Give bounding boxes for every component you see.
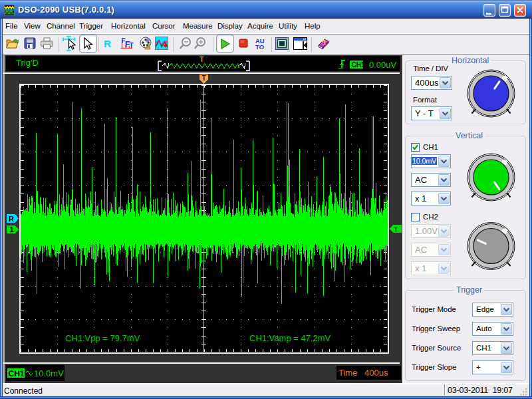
svg-text:10.0mV: 10.0mV bbox=[34, 368, 64, 378]
svg-text:CH1: CH1 bbox=[9, 369, 25, 378]
svg-text:Time: Time bbox=[338, 368, 357, 378]
svg-text:Trig'D: Trig'D bbox=[16, 58, 39, 68]
svg-text:CH1:Vamp = 47.2mV: CH1:Vamp = 47.2mV bbox=[249, 333, 331, 343]
svg-text:400us: 400us bbox=[364, 368, 388, 378]
svg-text:TO: TO bbox=[255, 43, 264, 51]
svg-text:CH1:Vpp = 79.7mV: CH1:Vpp = 79.7mV bbox=[65, 333, 140, 343]
svg-text:R: R bbox=[9, 215, 14, 223]
svg-text:T: T bbox=[202, 74, 206, 82]
svg-text:0.00uV: 0.00uV bbox=[369, 60, 397, 70]
svg-text:T: T bbox=[200, 55, 204, 63]
svg-text:T: T bbox=[394, 225, 398, 233]
svg-text:R: R bbox=[104, 38, 111, 49]
svg-text:1: 1 bbox=[10, 225, 14, 233]
svg-text:CH1: CH1 bbox=[352, 61, 365, 68]
